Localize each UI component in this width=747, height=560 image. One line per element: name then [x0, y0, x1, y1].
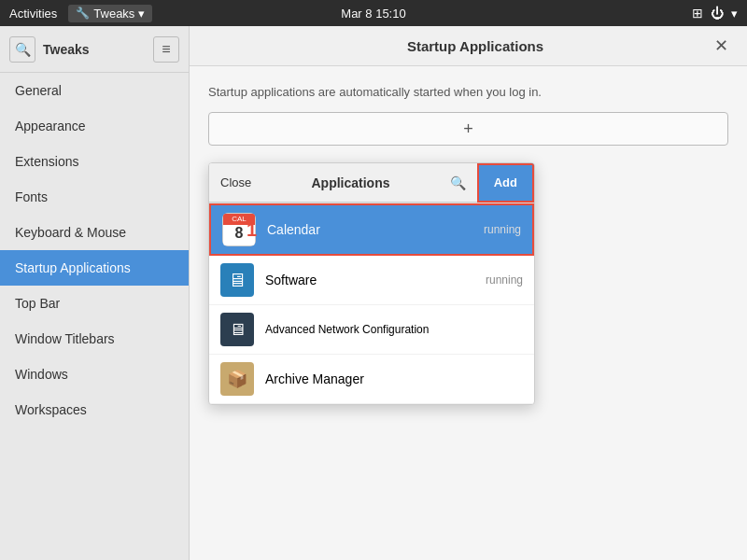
sidebar-menu-button[interactable]: ≡ — [153, 36, 179, 63]
calendar-app-name: Calendar — [267, 222, 472, 237]
software-app-icon: 🖥 — [220, 263, 254, 297]
add-bar-button[interactable]: + — [208, 112, 728, 146]
dialog-header-wrapper: Close Applications 🔍 Add 2 — [209, 163, 534, 203]
description-text: Startup applications are automatically s… — [208, 85, 728, 99]
network-app-icon: 🖥 — [220, 313, 254, 346]
calendar-app-status: running — [484, 223, 521, 236]
dialog-applications-tab[interactable]: Applications — [262, 166, 438, 200]
content-area: Startup applications are automatically s… — [190, 66, 747, 560]
sidebar-header: 🔍 Tweaks ≡ — [0, 26, 189, 73]
app-item-advanced-network[interactable]: 🖥 Advanced Network Configuration — [209, 305, 534, 355]
archive-app-icon: 📦 — [220, 362, 254, 396]
sidebar-item-top-bar[interactable]: Top Bar — [0, 286, 189, 321]
sidebar-item-window-titlebars[interactable]: Window Titlebars — [0, 321, 189, 357]
app-window: 🔍 Tweaks ≡ General Appearance Extensions… — [0, 26, 747, 560]
sidebar-item-general[interactable]: General — [0, 73, 189, 108]
sidebar-title: Tweaks — [43, 42, 146, 57]
sidebar-item-workspaces[interactable]: Workspaces — [0, 392, 189, 427]
power-dropdown-icon[interactable]: ▾ — [731, 7, 738, 21]
sidebar-item-keyboard-mouse[interactable]: Keyboard & Mouse — [0, 215, 189, 250]
power-icon[interactable]: ⏻ — [711, 6, 724, 21]
app-list: CAL 8 Calendar running 1 🖥 Softwa — [209, 203, 534, 404]
tweaks-button[interactable]: 🔧 Tweaks ▾ — [68, 5, 152, 22]
add-bar-icon: + — [463, 119, 473, 139]
system-datetime: Mar 8 15:10 — [341, 7, 405, 21]
sidebar-item-extensions[interactable]: Extensions — [0, 144, 189, 179]
main-title: Startup Applications — [236, 38, 714, 54]
tweaks-dropdown-icon: ▾ — [138, 7, 145, 21]
sidebar-item-appearance[interactable]: Appearance — [0, 108, 189, 144]
main-header: Startup Applications ✕ — [190, 26, 747, 66]
dialog-header: Close Applications 🔍 Add — [209, 163, 534, 203]
main-close-button[interactable]: ✕ — [714, 37, 728, 54]
dialog-close-button[interactable]: Close — [209, 168, 262, 197]
dialog-add-button[interactable]: Add — [477, 163, 534, 203]
tweaks-label: Tweaks — [93, 7, 134, 21]
badge-1: 1 — [247, 219, 257, 241]
activities-label[interactable]: Activities — [9, 7, 57, 21]
app-dialog: Close Applications 🔍 Add 2 CA — [208, 162, 535, 405]
dialog-search-button[interactable]: 🔍 — [439, 168, 477, 198]
sidebar-item-fonts[interactable]: Fonts — [0, 179, 189, 215]
sidebar: 🔍 Tweaks ≡ General Appearance Extensions… — [0, 26, 190, 560]
archive-app-name: Archive Manager — [265, 371, 512, 386]
app-item-archive-manager[interactable]: 📦 Archive Manager — [209, 355, 534, 404]
sidebar-item-startup-applications[interactable]: Startup Applications — [0, 250, 189, 286]
system-bar: Activities 🔧 Tweaks ▾ Mar 8 15:10 ⊞ ⏻ ▾ — [0, 0, 747, 26]
system-bar-left: Activities 🔧 Tweaks ▾ — [9, 5, 152, 22]
app-item-calendar[interactable]: CAL 8 Calendar running 1 — [209, 203, 534, 256]
tweaks-icon: 🔧 — [76, 7, 90, 20]
network-icon[interactable]: ⊞ — [692, 6, 703, 21]
main-content: Startup Applications ✕ Startup applicati… — [190, 26, 747, 560]
network-app-name: Advanced Network Configuration — [265, 323, 512, 336]
sidebar-item-windows[interactable]: Windows — [0, 357, 189, 392]
system-bar-right: ⊞ ⏻ ▾ — [692, 6, 738, 21]
app-item-software[interactable]: 🖥 Software running — [209, 256, 534, 305]
software-app-status: running — [486, 273, 523, 287]
sidebar-search-button[interactable]: 🔍 — [9, 36, 35, 63]
dialog-search-icon: 🔍 — [450, 175, 466, 190]
software-app-name: Software — [265, 273, 474, 287]
